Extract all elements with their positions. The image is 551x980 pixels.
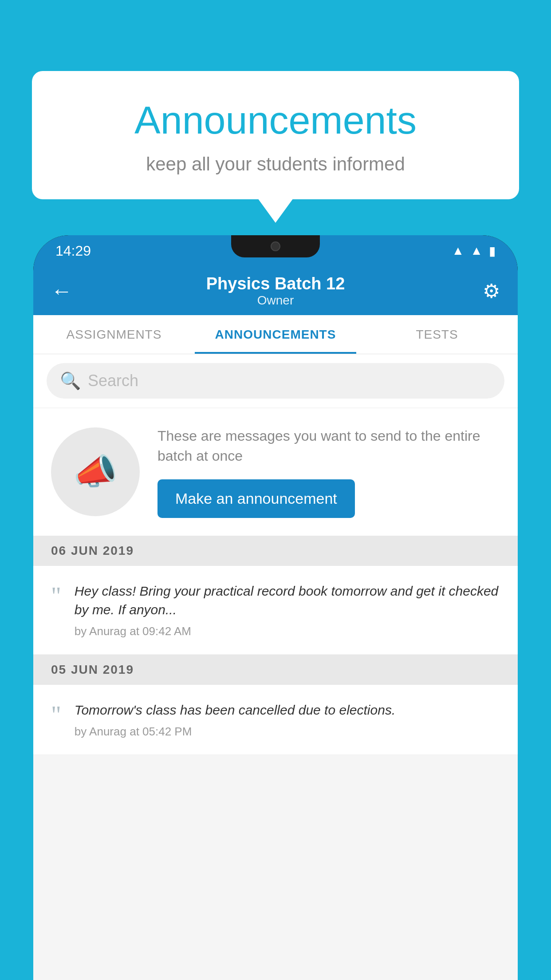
make-announcement-button[interactable]: Make an announcement [157,479,355,518]
announcement-prompt: 📣 These are messages you want to send to… [33,408,518,536]
announcements-subtitle: keep all your students informed [67,154,484,175]
back-button[interactable]: ← [51,279,72,303]
search-container: 🔍 Search [33,354,518,407]
phone-screen: 14:29 ▲ ▲ ▮ ← Physics Batch 12 Owner ⚙ A… [33,235,518,980]
date-separator-1: 06 JUN 2019 [33,536,518,566]
speech-bubble-card: Announcements keep all your students inf… [32,71,519,199]
tab-announcements[interactable]: ANNOUNCEMENTS [195,315,356,354]
app-content: 🔍 Search 📣 These are messages you want t… [33,354,518,980]
tab-assignments[interactable]: ASSIGNMENTS [33,315,195,354]
app-bar-title-group: Physics Batch 12 Owner [206,274,345,308]
announcement-meta-1: by Anurag at 09:42 AM [75,624,500,638]
announcement-prompt-right: These are messages you want to send to t… [157,426,500,518]
tab-tests[interactable]: TESTS [356,315,518,354]
batch-role: Owner [206,293,345,308]
announcement-text-1: Hey class! Bring your practical record b… [75,582,500,619]
search-icon: 🔍 [60,371,81,391]
notch [231,235,320,257]
announcement-meta-2: by Anurag at 05:42 PM [75,725,500,739]
announcement-prompt-description: These are messages you want to send to t… [157,426,500,466]
signal-icon: ▲ [470,244,483,258]
front-camera [271,241,280,251]
wifi-icon: ▲ [452,244,464,258]
announcements-heading: Announcements [67,98,484,143]
status-bar: 14:29 ▲ ▲ ▮ [33,235,518,266]
announcement-icon-circle: 📣 [51,427,140,516]
speech-bubble-tail [258,198,293,223]
status-time: 14:29 [55,243,91,259]
date-separator-2: 05 JUN 2019 [33,655,518,685]
quote-icon-1: " [51,584,61,609]
phone-frame: 14:29 ▲ ▲ ▮ ← Physics Batch 12 Owner ⚙ A… [33,235,518,980]
announcement-item-2[interactable]: " Tomorrow's class has been cancelled du… [33,685,518,755]
search-placeholder: Search [88,371,138,390]
search-bar[interactable]: 🔍 Search [47,363,504,399]
quote-icon-2: " [51,703,61,727]
status-icons: ▲ ▲ ▮ [452,244,496,258]
app-bar: ← Physics Batch 12 Owner ⚙ [33,266,518,315]
battery-icon: ▮ [489,244,496,258]
tabs-bar: ASSIGNMENTS ANNOUNCEMENTS TESTS [33,315,518,354]
announcement-item-1[interactable]: " Hey class! Bring your practical record… [33,566,518,655]
announcement-content-2: Tomorrow's class has been cancelled due … [75,701,500,739]
batch-title: Physics Batch 12 [206,274,345,293]
megaphone-icon: 📣 [73,451,118,493]
announcement-text-2: Tomorrow's class has been cancelled due … [75,701,500,719]
speech-bubble-section: Announcements keep all your students inf… [32,71,519,223]
announcement-content-1: Hey class! Bring your practical record b… [75,582,500,638]
settings-button[interactable]: ⚙ [483,280,500,302]
